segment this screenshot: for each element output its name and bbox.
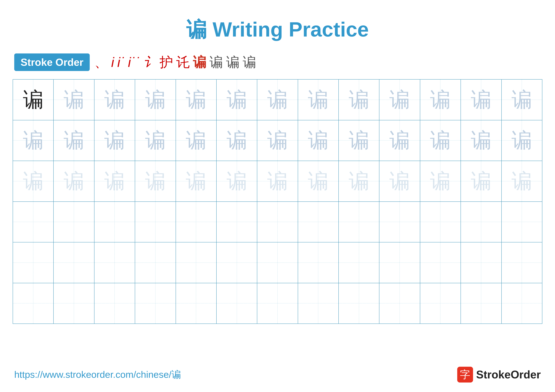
cell-5-4[interactable] [135,242,175,283]
cell-6-9[interactable] [339,283,379,324]
cell-6-7[interactable] [257,283,298,324]
cell-5-7[interactable] [257,242,298,283]
cell-3-5[interactable]: 谝 [176,161,216,202]
grid-row-3: 谝 谝 谝 谝 谝 谝 谝 谝 谝 谝 谝 谝 谝 [13,161,542,202]
cell-6-13[interactable] [502,283,542,324]
cell-2-2[interactable]: 谝 [53,120,94,161]
logo-icon: 字 [457,367,473,383]
cell-2-13[interactable]: 谝 [502,120,542,161]
logo-text: StrokeOrder [476,368,541,381]
cell-3-4[interactable]: 谝 [135,161,175,202]
cell-5-3[interactable] [94,242,135,283]
stroke-6: 护 [160,53,173,71]
cell-3-7[interactable]: 谝 [257,161,298,202]
cell-5-13[interactable] [502,242,542,283]
cell-3-12[interactable]: 谝 [461,161,501,202]
cell-4-9[interactable] [339,202,379,242]
cell-3-3[interactable]: 谝 [94,161,135,202]
stroke-order-badge: Stroke Order [14,53,90,71]
practice-grid-container: 谝 谝 谝 谝 谝 谝 谝 谝 谝 谝 谝 谝 谝 谝 谝 谝 谝 谝 谝 谝 … [0,79,555,324]
cell-2-12[interactable]: 谝 [461,120,501,161]
cell-4-8[interactable] [298,202,339,242]
cell-1-8[interactable]: 谝 [298,79,339,120]
cell-1-1[interactable]: 谝 [13,79,53,120]
cell-3-11[interactable]: 谝 [420,161,461,202]
cell-1-10[interactable]: 谝 [379,79,420,120]
cell-4-5[interactable] [176,202,216,242]
cell-1-12[interactable]: 谝 [461,79,501,120]
cell-4-11[interactable] [420,202,461,242]
cell-1-6[interactable]: 谝 [216,79,257,120]
stroke-8: 谝 [193,53,206,71]
cell-6-10[interactable] [379,283,420,324]
stroke-11: 谝 [243,53,256,71]
cell-3-1[interactable]: 谝 [13,161,53,202]
cell-1-3[interactable]: 谝 [94,79,135,120]
cell-5-2[interactable] [53,242,94,283]
cell-1-2[interactable]: 谝 [53,79,94,120]
cell-6-5[interactable] [176,283,216,324]
grid-row-6 [13,283,542,324]
stroke-4: i˙˙ [128,55,140,70]
cell-1-11[interactable]: 谝 [420,79,461,120]
cell-6-4[interactable] [135,283,175,324]
cell-3-6[interactable]: 谝 [216,161,257,202]
cell-5-1[interactable] [13,242,53,283]
cell-4-3[interactable] [94,202,135,242]
grid-row-2: 谝 谝 谝 谝 谝 谝 谝 谝 谝 谝 谝 谝 谝 [13,120,542,161]
cell-1-4[interactable]: 谝 [135,79,175,120]
cell-4-6[interactable] [216,202,257,242]
footer-url[interactable]: https://www.strokeorder.com/chinese/谝 [14,368,181,381]
cell-4-13[interactable] [502,202,542,242]
cell-3-8[interactable]: 谝 [298,161,339,202]
cell-2-8[interactable]: 谝 [298,120,339,161]
grid-row-5 [13,242,542,283]
cell-5-9[interactable] [339,242,379,283]
cell-6-2[interactable] [53,283,94,324]
cell-2-11[interactable]: 谝 [420,120,461,161]
cell-5-12[interactable] [461,242,501,283]
stroke-1: 、 [95,53,108,71]
cell-5-6[interactable] [216,242,257,283]
cell-5-8[interactable] [298,242,339,283]
footer: https://www.strokeorder.com/chinese/谝 字 … [14,367,541,383]
cell-4-7[interactable] [257,202,298,242]
cell-2-4[interactable]: 谝 [135,120,175,161]
cell-6-11[interactable] [420,283,461,324]
stroke-9: 谝 [210,53,223,71]
page-title: 谝 Writing Practice [0,0,555,53]
grid-row-1: 谝 谝 谝 谝 谝 谝 谝 谝 谝 谝 谝 谝 谝 [13,79,542,120]
cell-4-1[interactable] [13,202,53,242]
cell-6-6[interactable] [216,283,257,324]
cell-6-12[interactable] [461,283,501,324]
cell-2-1[interactable]: 谝 [13,120,53,161]
cell-5-10[interactable] [379,242,420,283]
cell-6-1[interactable] [13,283,53,324]
cell-1-7[interactable]: 谝 [257,79,298,120]
cell-4-4[interactable] [135,202,175,242]
stroke-5: 讠 [143,53,156,71]
cell-3-2[interactable]: 谝 [53,161,94,202]
cell-3-10[interactable]: 谝 [379,161,420,202]
cell-2-5[interactable]: 谝 [176,120,216,161]
cell-3-13[interactable]: 谝 [502,161,542,202]
cell-4-2[interactable] [53,202,94,242]
cell-5-5[interactable] [176,242,216,283]
stroke-7: 讬 [176,53,190,71]
cell-6-8[interactable] [298,283,339,324]
cell-4-12[interactable] [461,202,501,242]
cell-5-11[interactable] [420,242,461,283]
cell-1-9[interactable]: 谝 [339,79,379,120]
cell-2-9[interactable]: 谝 [339,120,379,161]
cell-2-3[interactable]: 谝 [94,120,135,161]
stroke-2: i [111,55,114,70]
cell-1-5[interactable]: 谝 [176,79,216,120]
stroke-10: 谝 [226,53,240,71]
cell-3-9[interactable]: 谝 [339,161,379,202]
cell-2-7[interactable]: 谝 [257,120,298,161]
cell-1-13[interactable]: 谝 [502,79,542,120]
cell-2-10[interactable]: 谝 [379,120,420,161]
cell-4-10[interactable] [379,202,420,242]
cell-6-3[interactable] [94,283,135,324]
cell-2-6[interactable]: 谝 [216,120,257,161]
